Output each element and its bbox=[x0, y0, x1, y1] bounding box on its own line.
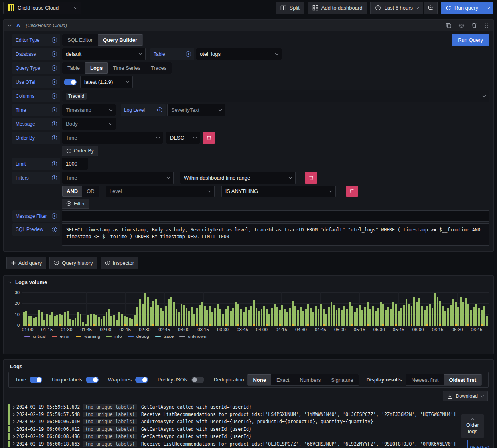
log-row[interactable]: 2024-02-19 05:59:51.692(no unique labels… bbox=[8, 403, 489, 411]
order-by-direction-select[interactable]: DESC bbox=[166, 132, 200, 144]
legend-item-debug[interactable]: debug bbox=[128, 334, 149, 339]
add-order-by-button[interactable]: Order By bbox=[62, 146, 98, 156]
filter-operator-select[interactable]: Within dashboard time range bbox=[180, 172, 296, 184]
remove-filter-button[interactable] bbox=[305, 172, 317, 184]
query-type-traces[interactable]: Traces bbox=[146, 62, 172, 74]
unique-labels-toggle[interactable] bbox=[86, 377, 99, 383]
message-column-select[interactable]: Body bbox=[62, 118, 116, 130]
filter-bool-or[interactable]: OR bbox=[82, 186, 99, 197]
legend-item-unknown[interactable]: unknown bbox=[179, 334, 206, 339]
duplicate-query-icon[interactable] bbox=[446, 22, 452, 28]
filter2-operator-select[interactable]: IS ANYTHING bbox=[221, 186, 336, 197]
older-logs-button[interactable]: Older logs bbox=[461, 414, 484, 438]
info-icon[interactable] bbox=[52, 161, 57, 166]
info-icon[interactable] bbox=[52, 135, 57, 140]
add-query-button[interactable]: Add query bbox=[6, 257, 46, 269]
expand-row-icon[interactable] bbox=[12, 421, 16, 423]
info-icon[interactable] bbox=[52, 121, 57, 126]
split-button[interactable]: Split bbox=[276, 2, 304, 14]
query-header[interactable]: A (ClickHouse Cloud) bbox=[4, 20, 493, 31]
editor-type-query-builder[interactable]: Query Builder bbox=[98, 34, 142, 46]
download-button[interactable]: Download bbox=[443, 391, 488, 401]
run-query-dropdown[interactable] bbox=[483, 2, 493, 14]
bars bbox=[22, 292, 489, 326]
dedup-exact[interactable]: Exact bbox=[271, 374, 295, 385]
info-icon[interactable] bbox=[52, 65, 57, 71]
filter2-field-select[interactable]: Level bbox=[106, 186, 215, 197]
drag-handle-icon[interactable] bbox=[484, 23, 489, 28]
dedup-none[interactable]: None bbox=[248, 374, 271, 385]
add-filter-button[interactable]: Filter bbox=[62, 199, 89, 209]
y-tick-label: 0 bbox=[17, 323, 20, 328]
dedup-numbers[interactable]: Numbers bbox=[294, 374, 326, 385]
expand-row-icon[interactable] bbox=[12, 436, 16, 438]
info-icon[interactable] bbox=[52, 93, 57, 99]
otel-version-select[interactable]: latest (1.2.9) bbox=[80, 76, 133, 88]
info-icon[interactable] bbox=[52, 213, 57, 219]
legend-item-critical[interactable]: critical bbox=[24, 334, 46, 339]
info-icon[interactable] bbox=[52, 37, 57, 43]
logs-volume-header[interactable]: Logs volume bbox=[4, 276, 493, 285]
legend-item-warning[interactable]: warning bbox=[76, 334, 100, 339]
collapse-panel-icon[interactable] bbox=[9, 280, 12, 283]
bar bbox=[279, 310, 281, 326]
info-icon[interactable] bbox=[157, 107, 162, 112]
column-tag[interactable]: TraceId bbox=[66, 93, 87, 100]
log-row[interactable]: 2024-02-19 06:00:06.010(no unique labels… bbox=[8, 418, 489, 426]
info-icon[interactable] bbox=[52, 227, 57, 232]
remove-order-by-button[interactable] bbox=[203, 132, 215, 144]
table-select[interactable]: otel_logs bbox=[196, 48, 282, 60]
display-oldest-first[interactable]: Oldest first bbox=[444, 374, 481, 385]
query-type-table[interactable]: Table bbox=[62, 62, 85, 74]
datasource-picker[interactable]: ClickHouse Cloud bbox=[3, 2, 81, 14]
info-icon[interactable] bbox=[52, 51, 57, 57]
filter-bool-and[interactable]: AND bbox=[62, 186, 82, 197]
legend-item-error[interactable]: error bbox=[52, 334, 70, 339]
prettify-json-toggle[interactable] bbox=[191, 377, 204, 383]
wrap-lines-toggle[interactable] bbox=[135, 377, 148, 383]
log-row[interactable]: 2024-02-19 05:59:57.548(no unique labels… bbox=[8, 411, 489, 418]
expand-row-icon[interactable] bbox=[12, 443, 16, 445]
editor-type-sql-editor[interactable]: SQL Editor bbox=[62, 34, 98, 46]
bar bbox=[413, 297, 415, 326]
expand-row-icon[interactable] bbox=[12, 406, 16, 408]
bar bbox=[196, 308, 198, 326]
run-query-button[interactable]: Run Query bbox=[452, 34, 489, 46]
add-to-dashboard-button[interactable]: Add to dashboard bbox=[308, 2, 367, 14]
info-icon[interactable] bbox=[52, 79, 57, 85]
query-type-logs[interactable]: Logs bbox=[85, 62, 108, 74]
remove-filter2-button[interactable] bbox=[346, 186, 358, 197]
filter-field-select[interactable]: Time bbox=[62, 172, 174, 184]
log-row[interactable]: 2024-02-19 06:00:18.663(no unique labels… bbox=[8, 440, 489, 448]
run-query-split-button[interactable]: Run query bbox=[441, 2, 493, 14]
info-icon[interactable] bbox=[186, 51, 191, 57]
info-icon[interactable] bbox=[52, 175, 57, 180]
legend-item-info[interactable]: info bbox=[106, 334, 122, 339]
zoom-out-button[interactable] bbox=[424, 2, 438, 14]
hide-response-icon[interactable] bbox=[458, 22, 465, 29]
columns-multiselect[interactable]: TraceId bbox=[62, 90, 489, 102]
query-type-time-series[interactable]: Time Series bbox=[108, 62, 146, 74]
message-filter-input[interactable] bbox=[62, 210, 489, 222]
order-by-field-select[interactable]: Time bbox=[62, 132, 163, 144]
dedup-signature[interactable]: Signature bbox=[326, 374, 359, 385]
expand-row-icon[interactable] bbox=[12, 428, 16, 430]
inspector-button[interactable]: Inspector bbox=[101, 257, 138, 269]
database-select[interactable]: default bbox=[62, 48, 146, 60]
limit-input[interactable]: 1000 bbox=[62, 158, 88, 170]
collapse-query-icon[interactable] bbox=[8, 23, 11, 26]
logs-volume-plot[interactable] bbox=[22, 292, 489, 326]
display-newest-first[interactable]: Newest first bbox=[406, 374, 444, 385]
log-row[interactable]: 2024-02-19 06:00:08.486(no unique labels… bbox=[8, 433, 489, 440]
time-toggle[interactable] bbox=[30, 377, 42, 383]
time-range-picker[interactable]: Last 6 hours bbox=[370, 2, 423, 14]
remove-query-icon[interactable] bbox=[471, 22, 477, 28]
query-history-button[interactable]: Query history bbox=[49, 257, 97, 269]
legend-item-trace[interactable]: trace bbox=[155, 334, 174, 339]
log-row[interactable]: 2024-02-19 06:00:06.012(no unique labels… bbox=[8, 426, 489, 433]
use-otel-toggle[interactable] bbox=[64, 79, 77, 85]
expand-row-icon[interactable] bbox=[12, 413, 16, 415]
time-column-select[interactable]: Timestamp bbox=[62, 104, 116, 116]
info-icon[interactable] bbox=[52, 107, 57, 112]
log-level-select[interactable]: SeverityText bbox=[167, 104, 225, 116]
